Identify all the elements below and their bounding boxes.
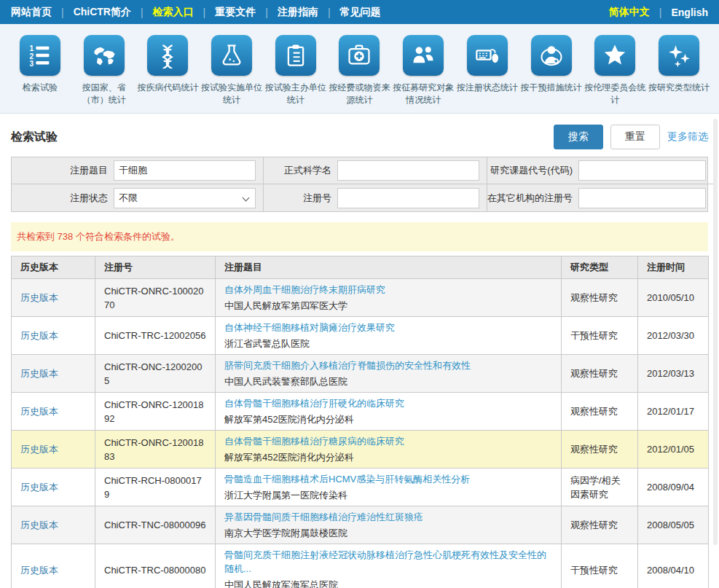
toolbar-item[interactable]: 按国家、省（市）统计: [73, 35, 135, 106]
trial-organization: 中国人民武装警察部队总医院: [224, 375, 552, 388]
reg-status-select-wrap: 不限: [114, 188, 256, 208]
section-header: 检索试验 搜索 重置 更多筛选: [0, 114, 719, 157]
history-version-link[interactable]: 历史版本: [20, 482, 58, 493]
trial-title-link[interactable]: 骨髓造血干细胞移植术后HCMV感染与肝转氨酶相关性分析: [224, 472, 552, 486]
reg-title-input[interactable]: [114, 160, 256, 181]
table-row: 历史版本 ChiCTR-TRC-08000080 骨髓间充质干细胞注射液经冠状动…: [12, 544, 709, 588]
language-switcher: 简体中文 English: [609, 6, 708, 19]
study-type: 干预性研究: [562, 544, 638, 588]
reg-number-label: 注册号: [264, 192, 337, 205]
reg-status-select[interactable]: 不限: [114, 188, 256, 208]
trial-organization: 解放军第452医院消化内分泌科: [224, 450, 552, 464]
trial-title-link[interactable]: 自体外周血干细胞治疗终末期肝病研究: [224, 283, 552, 297]
toolbar-item-label: 检索试验: [9, 82, 71, 94]
nav-item-label: 注册指南: [278, 6, 318, 19]
stats-toolbar: 123 检索试验 按国家、省（市）统计 按疾病代码统计 按试验实施单位统计 按试…: [0, 24, 719, 114]
toolbar-item[interactable]: 按试验实施单位统计: [200, 35, 263, 106]
history-version-link[interactable]: 历史版本: [20, 565, 58, 576]
study-type: 病因学/相关因素研究: [562, 469, 638, 506]
toolbar-item[interactable]: 按干预措施统计: [520, 35, 583, 106]
header-study-type: 研究类型: [562, 256, 638, 279]
nav-item-label: ChiCTR简介: [74, 6, 131, 19]
scientific-name-field-group: 正式科学名: [263, 157, 487, 184]
history-version-link[interactable]: 历史版本: [20, 368, 58, 379]
other-reg-number-field-group: 在其它机构的注册号: [487, 184, 713, 211]
history-version-link[interactable]: 历史版本: [20, 406, 58, 417]
registration-number: ChiCTR-RCH-08000179: [95, 469, 216, 506]
history-version-link[interactable]: 历史版本: [20, 330, 58, 341]
history-version-link[interactable]: 历史版本: [20, 444, 58, 455]
search-button[interactable]: 搜索: [554, 125, 603, 149]
trial-organization: 南京大学医学院附属鼓楼医院: [224, 526, 552, 540]
table-header-row: 历史版本 注册号 注册题目 研究类型 注册时间: [12, 256, 709, 279]
toolbar-item-label: 按疾病代码统计: [136, 82, 199, 94]
header-title: 注册题目: [216, 256, 562, 279]
reg-number-field-group: 注册号: [263, 184, 487, 211]
toolbar-item[interactable]: 按经费或物资来源统计: [328, 35, 390, 106]
registration-date: 2012/03/13: [638, 355, 709, 393]
trial-organization: 中国人民解放军海军总医院: [224, 578, 552, 588]
nav-item-label: 网站首页: [11, 6, 52, 19]
history-version-link[interactable]: 历史版本: [20, 520, 58, 530]
registration-number: ChiCTR-TRC-12002056: [95, 317, 216, 355]
nav-item[interactable]: 重要文件: [194, 6, 256, 19]
scientific-name-label: 正式科学名: [264, 164, 337, 177]
registration-date: 2008/09/04: [638, 469, 709, 506]
trial-title-link[interactable]: 异基因骨髓间质干细胞移植治疗难治性红斑狼疮: [224, 510, 552, 524]
vertical-scrollbar[interactable]: [713, 119, 718, 545]
toolbar-item[interactable]: 按伦理委员会统计: [584, 35, 646, 106]
header-reg-date: 注册时间: [638, 256, 709, 279]
language-option[interactable]: English: [650, 7, 708, 18]
table-row: 历史版本 ChiCTR-RCH-08000179 骨髓造血干细胞移植术后HCMV…: [12, 469, 709, 506]
clipboard-icon: [275, 35, 316, 76]
other-reg-number-input[interactable]: [578, 188, 706, 208]
nav-item[interactable]: 注册指南: [256, 6, 318, 19]
language-option[interactable]: 简体中文: [609, 6, 650, 19]
study-code-field-group: 研究课题代号(代码): [487, 157, 713, 184]
first-aid-kit-icon: [339, 35, 380, 76]
registration-date: 2008/04/10: [638, 544, 709, 588]
people-icon: [403, 35, 444, 76]
registration-number: ChiCTR-TRC-08000080: [95, 544, 216, 588]
nav-item[interactable]: ChiCTR简介: [52, 6, 131, 19]
toolbar-item[interactable]: 123 检索试验: [9, 35, 71, 106]
trial-title-link[interactable]: 自体神经干细胞移植对脑瘫治疗效果研究: [224, 321, 552, 334]
scientific-name-input[interactable]: [337, 160, 479, 181]
toolbar-item[interactable]: 按试验主办单位统计: [264, 35, 327, 106]
table-row: 历史版本 ChiCTR-ONC-12002005 脐带间充质干细胞介入移植治疗脊…: [12, 355, 709, 393]
toolbar-item[interactable]: 按疾病代码统计: [136, 35, 199, 106]
reg-number-input[interactable]: [337, 188, 479, 208]
language-label: English: [671, 7, 708, 18]
nav-item[interactable]: 检索入口: [131, 6, 194, 19]
toolbar-item[interactable]: 按研究类型统计: [648, 35, 710, 106]
trial-title-link[interactable]: 自体骨髓干细胞移植治疗糖尿病的临床研究: [224, 434, 552, 448]
trial-title-link[interactable]: 骨髓间充质干细胞注射液经冠状动脉移植治疗急性心肌梗死有效性及安全性的随机...: [224, 548, 552, 576]
world-map-icon: [84, 35, 125, 76]
svg-text:3: 3: [29, 60, 34, 68]
toolbar-item-label: 按国家、省（市）统计: [73, 82, 135, 106]
header-history: 历史版本: [12, 256, 95, 279]
numbered-list-icon: 123: [20, 35, 60, 76]
study-code-input[interactable]: [578, 160, 706, 181]
nav-item[interactable]: 网站首页: [11, 6, 52, 19]
dna-icon: [147, 35, 188, 76]
trial-title-link[interactable]: 自体骨髓干细胞移植治疗肝硬化的临床研究: [224, 396, 552, 410]
more-filters-link[interactable]: 更多筛选: [667, 130, 708, 144]
study-type: 观察性研究: [562, 355, 638, 393]
trial-organization: 浙江省武警总队医院: [224, 337, 552, 350]
nav-item-label: 检索入口: [153, 6, 194, 19]
trial-organization: 解放军第452医院消化内分泌科: [224, 412, 552, 426]
search-actions: 搜索 重置 更多筛选: [554, 125, 708, 149]
doctor-icon: [531, 35, 572, 76]
trial-organization: 中国人民解放军第四军医大学: [224, 299, 552, 313]
study-type: 观察性研究: [562, 506, 638, 544]
toolbar-item-label: 按伦理委员会统计: [584, 82, 646, 106]
trial-title-link[interactable]: 脐带间充质干细胞介入移植治疗脊髓损伤的安全性和有效性: [224, 358, 552, 372]
reset-button[interactable]: 重置: [610, 125, 660, 149]
toolbar-item[interactable]: 按注册状态统计: [456, 35, 519, 106]
star-icon: [594, 35, 635, 76]
toolbar-item[interactable]: 按征募研究对象情况统计: [392, 35, 455, 106]
results-table: 历史版本 注册号 注册题目 研究类型 注册时间 历史版本 ChiCTR-ONRC…: [11, 256, 709, 588]
nav-item[interactable]: 常见问题: [318, 6, 381, 19]
history-version-link[interactable]: 历史版本: [20, 292, 58, 303]
